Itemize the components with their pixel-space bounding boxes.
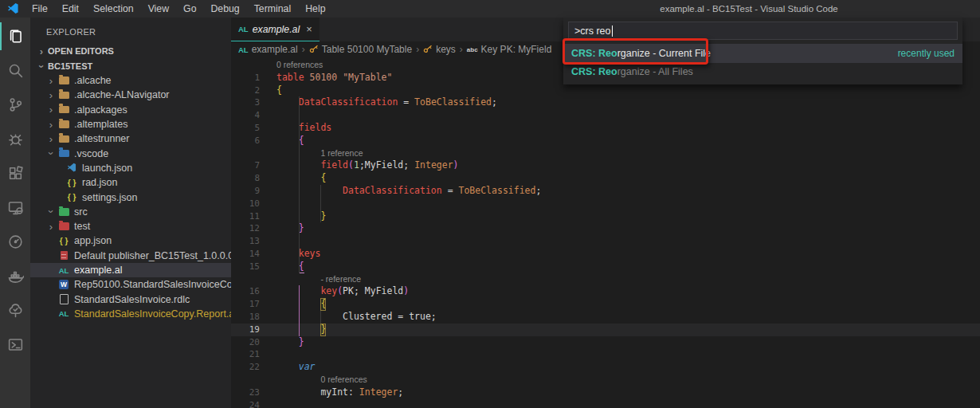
test-icon[interactable] <box>0 293 30 328</box>
menu-help[interactable]: Help <box>298 0 332 18</box>
code-line[interactable]: 16 key(PK; MyField) <box>231 285 980 298</box>
code-line[interactable]: 5 fields <box>231 122 980 135</box>
vscode-file-icon <box>65 163 78 173</box>
source-control-icon[interactable] <box>0 88 30 122</box>
menu-edit[interactable]: Edit <box>55 0 86 18</box>
codelens[interactable]: - reference <box>231 273 980 286</box>
tree-item--alcache-alnavigator[interactable]: ›.alcache-ALNavigator <box>30 88 231 102</box>
code-line[interactable]: 24 <box>231 399 980 408</box>
code-line[interactable]: 12 } <box>231 222 980 235</box>
chevron-right-icon: › <box>45 222 57 232</box>
menu-selection[interactable]: Selection <box>86 0 141 18</box>
code-line[interactable]: 2{ <box>231 84 980 97</box>
command-palette-input[interactable]: >crs reo <box>568 22 958 40</box>
token: = <box>442 185 459 198</box>
token: } <box>320 210 326 223</box>
tree-item-rad-json[interactable]: { }rad.json <box>30 175 231 190</box>
tree-item-test[interactable]: ›test <box>30 219 231 233</box>
tree-item-default-publisher-bc15test-1-0-0-0-app[interactable]: Default publisher_BC15Test_1.0.0.0.app <box>30 249 231 263</box>
file-label: example.al <box>74 265 122 276</box>
docker-icon[interactable] <box>0 259 30 293</box>
code-line[interactable]: 21 <box>231 348 980 361</box>
breadcrumb-item[interactable]: ALexample.al <box>238 44 298 55</box>
tree-item-example-al[interactable]: ALexample.al <box>30 263 231 277</box>
token: table <box>276 72 304 84</box>
al-language-icon: AL <box>238 25 249 33</box>
root-folder-label: BC15TEST <box>48 61 92 71</box>
tree-item-standardsalesinvoice-rdlc[interactable]: StandardSalesInvoice.rdlc <box>30 292 231 306</box>
codelens[interactable]: 1 reference <box>231 147 980 160</box>
code-line[interactable]: 13 <box>231 235 980 248</box>
command-item[interactable]: CRS: Reorganize - All Files <box>563 63 962 80</box>
token: ) <box>453 159 459 172</box>
tree-item-settings-json[interactable]: { }settings.json <box>30 190 231 204</box>
performance-icon[interactable] <box>0 225 30 259</box>
breadcrumb-item[interactable]: Table 50100 MyTable <box>309 44 412 56</box>
menu-file[interactable]: File <box>25 0 55 18</box>
explorer-icon[interactable] <box>0 19 30 53</box>
token <box>276 96 299 109</box>
tree-item-src[interactable]: ›src <box>30 205 231 219</box>
file-label: StandardSalesInvoiceCopy.Report.al <box>74 308 231 320</box>
chevron-right-icon: › <box>45 76 57 86</box>
tree-item-launch-json[interactable]: launch.json <box>30 161 231 175</box>
code-line[interactable]: 22 var <box>231 361 980 374</box>
search-icon[interactable] <box>0 53 30 88</box>
token <box>276 336 299 349</box>
breadcrumb-item[interactable]: keys <box>423 44 456 56</box>
code-line[interactable]: 11 } <box>231 210 980 223</box>
tab-example-al[interactable]: AL example.al × <box>231 18 319 41</box>
al-file-icon: AL <box>57 266 70 275</box>
code-line[interactable]: 18 Clustered = true; <box>231 311 980 324</box>
code-line[interactable]: 20 } <box>231 336 980 349</box>
command-palette: >crs reo CRS: Reorganize - Current Filer… <box>563 18 962 84</box>
code-editor[interactable]: 0 references1table 50100 "MyTable"2{3 Da… <box>231 57 980 408</box>
tree-item--vscode[interactable]: ›.vscode <box>30 146 231 160</box>
tree-item--alcache[interactable]: ›.alcache <box>30 73 231 88</box>
token: ToBeClassified <box>459 185 536 198</box>
code-line[interactable]: 15 { <box>231 261 980 273</box>
code-line[interactable]: 23 myInt: Integer; <box>231 386 980 399</box>
code-line[interactable]: 17 { <box>231 298 980 311</box>
breadcrumb-item[interactable]: abcKey PK: MyField <box>467 44 552 55</box>
code-line[interactable]: 7 field(1;MyField; Integer) <box>231 159 980 172</box>
tree-item--altemplates[interactable]: ›.altemplates <box>30 117 231 131</box>
command-item[interactable]: CRS: Reorganize - Current Filerecently u… <box>563 44 962 63</box>
open-editors-section[interactable]: › OPEN EDITORS <box>30 43 231 59</box>
code-line[interactable]: 6 { <box>231 135 980 147</box>
menu-view[interactable]: View <box>141 0 176 18</box>
code-line[interactable]: 4 <box>231 109 980 122</box>
chevron-right-icon: › <box>45 104 57 115</box>
close-icon[interactable]: × <box>306 23 312 35</box>
tab-label: example.al <box>253 24 300 35</box>
code-line[interactable]: 19 } <box>231 324 980 336</box>
tree-item-standardsalesinvoicecopy-report-al[interactable]: ALStandardSalesInvoiceCopy.Report.al3 <box>30 307 231 321</box>
powershell-icon[interactable] <box>0 328 30 362</box>
tree-item--altestrunner[interactable]: ›.altestrunner <box>30 131 231 146</box>
token: ; <box>535 185 541 198</box>
token: field <box>320 159 348 172</box>
root-folder-section[interactable]: › BC15TEST <box>30 59 231 73</box>
token: } <box>299 222 304 235</box>
codelens[interactable]: 0 references <box>231 374 980 386</box>
code-line[interactable]: 14 keys <box>231 248 980 261</box>
tree-item-rep50100-standardsalesinvoicecopy-docx[interactable]: WRep50100.StandardSalesInvoiceCopy.docx <box>30 277 231 292</box>
menu-debug[interactable]: Debug <box>203 0 246 18</box>
menu-go[interactable]: Go <box>176 0 203 18</box>
remote-icon[interactable] <box>0 190 30 225</box>
token: 0 references <box>276 59 323 72</box>
open-editors-label: OPEN EDITORS <box>48 46 114 56</box>
code-line[interactable]: 3 DataClassification = ToBeClassified; <box>231 96 980 109</box>
menu-terminal[interactable]: Terminal <box>247 0 298 18</box>
tree-item--alpackages[interactable]: ›.alpackages <box>30 103 231 117</box>
file-label: .vscode <box>74 148 108 159</box>
breadcrumb-label: Key PK: MyField <box>481 44 552 55</box>
tree-item-app-json[interactable]: { }app.json <box>30 233 231 248</box>
file-label: StandardSalesInvoice.rdlc <box>74 294 190 305</box>
code-line[interactable]: 10 <box>231 198 980 210</box>
code-line[interactable]: 9 DataClassification = ToBeClassified; <box>231 185 980 198</box>
code-line[interactable]: 8 { <box>231 172 980 185</box>
extensions-icon[interactable] <box>0 156 30 190</box>
window-title: example.al - BC15Test - Visual Studio Co… <box>660 4 838 14</box>
debug-icon[interactable] <box>0 122 30 156</box>
